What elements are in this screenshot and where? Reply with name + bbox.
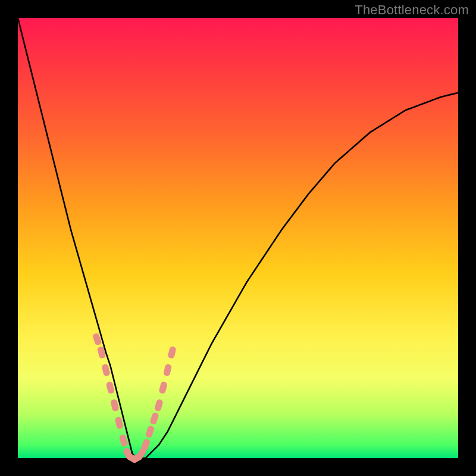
curve-marker <box>158 381 168 394</box>
curve-marker <box>114 416 124 430</box>
curve-marker <box>145 425 155 438</box>
curve-marker <box>106 381 115 394</box>
watermark-text: TheBottleneck.com <box>355 2 469 18</box>
plot-area <box>18 18 458 458</box>
bottleneck-curve-svg <box>18 18 458 458</box>
curve-marker <box>167 346 177 359</box>
curve-markers <box>92 333 177 464</box>
curve-marker <box>154 399 164 412</box>
curve-marker <box>101 364 111 377</box>
chart-container: TheBottleneck.com <box>0 0 476 476</box>
curve-marker <box>119 434 129 447</box>
bottleneck-curve-line <box>18 18 458 458</box>
curve-marker <box>110 399 120 412</box>
curve-marker <box>149 412 159 425</box>
curve-marker <box>163 364 173 377</box>
